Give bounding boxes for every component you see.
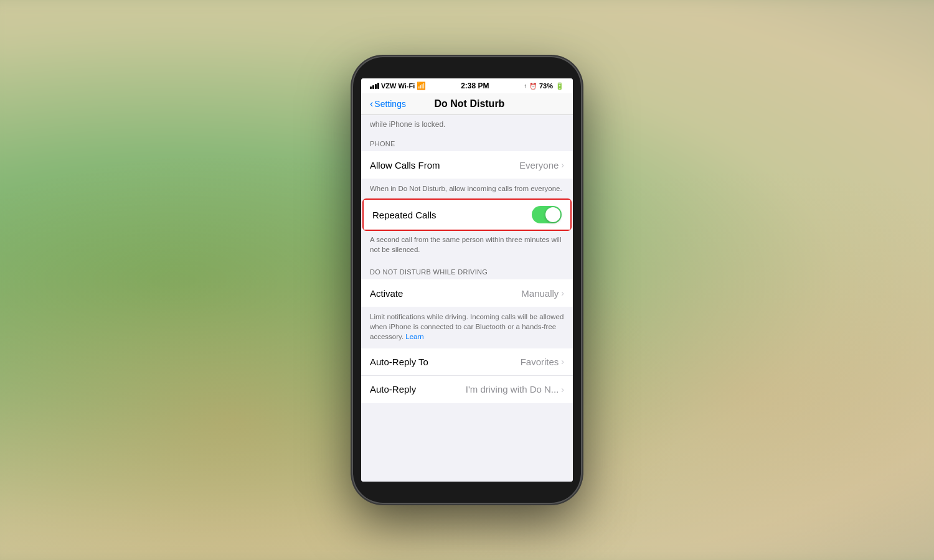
signal-bars-icon	[370, 83, 379, 89]
repeated-calls-highlight: Repeated Calls	[362, 198, 572, 231]
status-right: ↑ ⏰ 73% 🔋	[524, 82, 564, 90]
alarm-icon: ⏰	[529, 83, 537, 90]
battery-icon: 🔋	[555, 82, 564, 90]
activate-chevron-icon: ›	[561, 288, 564, 298]
battery-percent: 73%	[539, 82, 553, 90]
activate-value: Manually	[521, 288, 559, 299]
repeated-calls-desc: A second call from the same person withi…	[361, 231, 573, 259]
repeated-calls-item[interactable]: Repeated Calls	[364, 200, 570, 230]
settings-content: while iPhone is locked. PHONE Allow Call…	[361, 115, 573, 482]
allow-calls-value: Everyone	[519, 160, 559, 170]
signal-bar-4	[377, 83, 379, 89]
driving-group: Activate Manually ›	[361, 279, 573, 307]
activate-desc-text: Limit notifications while driving. Incom…	[370, 313, 564, 340]
repeated-calls-toggle[interactable]	[532, 206, 562, 223]
auto-reply-chevron-icon: ›	[561, 385, 564, 394]
status-bar: VZW Wi-Fi 📶 2:38 PM ↑ ⏰ 73% 🔋	[361, 78, 573, 93]
auto-reply-value: I'm driving with Do N...	[466, 384, 559, 394]
allow-calls-chevron-icon: ›	[561, 160, 564, 170]
nav-bar: ‹ Settings Do Not Disturb	[361, 93, 573, 115]
phone-section-header: PHONE	[361, 131, 573, 150]
auto-reply-item[interactable]: Auto-Reply I'm driving with Do N... ›	[361, 376, 573, 403]
wifi-icon: 📶	[417, 82, 426, 90]
signal-bar-1	[370, 86, 372, 89]
auto-reply-to-label: Auto-Reply To	[370, 357, 521, 367]
location-icon: ↑	[524, 83, 527, 89]
auto-reply-label: Auto-Reply	[370, 384, 466, 394]
allow-calls-group: Allow Calls From Everyone ›	[361, 151, 573, 179]
status-time: 2:38 PM	[461, 82, 489, 90]
learn-link[interactable]: Learn	[405, 333, 423, 340]
signal-bar-3	[375, 84, 377, 89]
toggle-thumb	[545, 207, 560, 222]
back-button[interactable]: ‹ Settings	[370, 98, 406, 110]
status-left: VZW Wi-Fi 📶	[370, 82, 426, 90]
carrier-label: VZW Wi-Fi	[381, 82, 415, 90]
auto-reply-to-value: Favorites	[521, 357, 559, 367]
activate-item[interactable]: Activate Manually ›	[361, 279, 573, 307]
back-label[interactable]: Settings	[374, 99, 406, 109]
phone-screen: VZW Wi-Fi 📶 2:38 PM ↑ ⏰ 73% 🔋 ‹ Settings…	[361, 78, 573, 482]
auto-reply-group: Auto-Reply To Favorites › Auto-Reply I'm…	[361, 348, 573, 403]
repeated-calls-label: Repeated Calls	[372, 210, 532, 220]
chevron-left-icon: ‹	[370, 98, 373, 110]
driving-section-header: DO NOT DISTURB WHILE DRIVING	[361, 259, 573, 278]
top-note-text: while iPhone is locked.	[361, 115, 573, 131]
allow-calls-from-item[interactable]: Allow Calls From Everyone ›	[361, 151, 573, 179]
allow-calls-desc: When in Do Not Disturb, allow incoming c…	[361, 180, 573, 198]
page-title: Do Not Disturb	[406, 98, 533, 110]
allow-calls-label: Allow Calls From	[370, 160, 519, 170]
auto-reply-to-chevron-icon: ›	[561, 357, 564, 366]
signal-bar-2	[372, 85, 374, 89]
activate-desc: Limit notifications while driving. Incom…	[361, 308, 573, 347]
activate-label: Activate	[370, 288, 521, 299]
phone-device: VZW Wi-Fi 📶 2:38 PM ↑ ⏰ 73% 🔋 ‹ Settings…	[352, 56, 582, 504]
auto-reply-to-item[interactable]: Auto-Reply To Favorites ›	[361, 348, 573, 376]
